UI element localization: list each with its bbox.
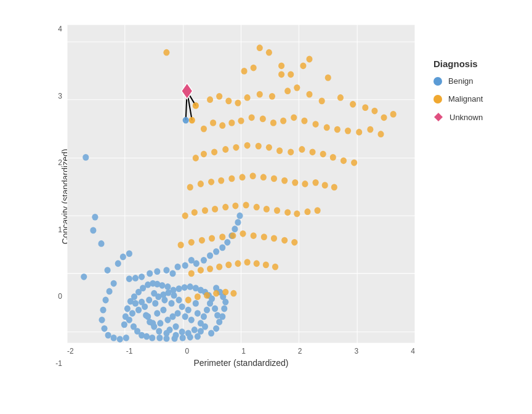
svg-point-243 — [281, 237, 288, 244]
svg-point-138 — [169, 270, 175, 277]
svg-point-65 — [143, 333, 150, 340]
svg-point-260 — [230, 290, 236, 297]
svg-point-143 — [126, 275, 132, 282]
legend-label-unknown: Unknown — [449, 113, 483, 122]
svg-point-179 — [291, 114, 297, 121]
svg-point-250 — [235, 260, 241, 267]
svg-point-204 — [187, 184, 193, 191]
x-tick-4: 4 — [411, 347, 415, 355]
svg-point-129 — [207, 252, 213, 259]
svg-point-249 — [225, 262, 232, 269]
svg-point-34 — [195, 310, 201, 317]
svg-point-233 — [178, 242, 184, 248]
legend-item-malignant: Malignant — [433, 94, 520, 104]
svg-point-261 — [306, 56, 312, 63]
svg-point-126 — [175, 264, 181, 270]
plot-area — [67, 25, 415, 343]
svg-point-209 — [239, 174, 245, 181]
chart-wrapper: Concavity (standardized) 4 3 2 1 0 -1 — [0, 0, 532, 414]
svg-point-257 — [204, 292, 210, 299]
svg-point-213 — [281, 177, 288, 184]
unknown-diamond-icon — [433, 112, 443, 122]
svg-point-208 — [228, 175, 235, 182]
x-tick-0: 0 — [185, 347, 189, 355]
svg-point-186 — [367, 126, 373, 133]
svg-point-165 — [350, 101, 356, 108]
svg-point-168 — [381, 114, 387, 121]
svg-point-166 — [362, 104, 368, 111]
svg-point-119 — [120, 254, 126, 261]
svg-point-221 — [202, 207, 208, 214]
svg-point-259 — [222, 289, 228, 296]
svg-point-67 — [156, 335, 163, 341]
svg-point-146 — [266, 49, 272, 56]
svg-point-120 — [126, 250, 132, 257]
svg-point-185 — [356, 129, 362, 136]
svg-point-162 — [306, 91, 312, 98]
svg-point-28 — [154, 310, 160, 317]
svg-point-169 — [390, 111, 397, 118]
svg-point-255 — [185, 297, 191, 304]
svg-point-29 — [152, 300, 158, 307]
svg-point-24 — [185, 307, 191, 314]
svg-point-227 — [264, 206, 270, 213]
x-tick-1: 1 — [241, 347, 246, 355]
svg-point-60 — [129, 310, 135, 317]
svg-point-97 — [123, 314, 129, 320]
svg-point-234 — [188, 239, 195, 246]
svg-point-74 — [213, 325, 219, 332]
svg-point-216 — [313, 179, 319, 186]
svg-point-21 — [157, 320, 163, 327]
svg-point-155 — [225, 97, 232, 104]
y-tick-neg1: -1 — [55, 359, 62, 368]
svg-point-136 — [236, 213, 243, 219]
svg-point-108 — [100, 307, 106, 314]
svg-point-212 — [271, 175, 277, 182]
svg-point-210 — [250, 172, 256, 179]
legend: Diagnosis Benign Malignant Unknown — [427, 49, 526, 140]
svg-point-121 — [90, 227, 96, 234]
svg-point-106 — [107, 288, 113, 295]
svg-point-167 — [371, 108, 377, 115]
svg-point-36 — [191, 327, 198, 333]
svg-point-33 — [193, 300, 199, 307]
svg-point-164 — [337, 94, 344, 101]
svg-point-237 — [219, 233, 225, 240]
svg-point-148 — [251, 65, 257, 71]
svg-point-128 — [201, 257, 207, 264]
svg-point-54 — [151, 290, 157, 297]
svg-point-100 — [221, 306, 227, 312]
svg-point-15 — [160, 307, 166, 314]
svg-point-196 — [276, 147, 283, 154]
svg-point-95 — [127, 298, 134, 305]
svg-point-218 — [331, 184, 337, 191]
svg-point-46 — [204, 307, 210, 314]
svg-point-228 — [274, 207, 280, 214]
svg-point-200 — [320, 151, 326, 158]
x-tick-2: 2 — [298, 347, 302, 355]
svg-point-72 — [195, 333, 201, 340]
svg-point-172 — [219, 122, 225, 129]
svg-point-244 — [291, 239, 297, 246]
svg-point-203 — [351, 160, 357, 166]
svg-point-187 — [377, 131, 384, 137]
svg-point-188 — [193, 155, 199, 161]
svg-point-69 — [172, 335, 178, 342]
svg-point-41 — [156, 328, 162, 335]
svg-point-246 — [198, 267, 204, 274]
svg-point-18 — [175, 310, 181, 317]
svg-point-57 — [139, 299, 145, 306]
svg-point-82 — [193, 285, 199, 291]
svg-point-113 — [117, 336, 123, 343]
svg-point-268 — [183, 117, 189, 124]
chart-area: Concavity (standardized) 4 3 2 1 0 -1 — [6, 12, 421, 402]
svg-point-77 — [212, 306, 218, 312]
svg-point-25 — [182, 314, 188, 320]
svg-point-226 — [254, 204, 260, 211]
svg-point-236 — [209, 235, 215, 242]
svg-point-134 — [232, 225, 238, 232]
svg-point-152 — [325, 75, 331, 81]
svg-point-211 — [260, 174, 267, 181]
svg-point-224 — [232, 203, 238, 209]
malignant-dot-icon — [433, 95, 442, 104]
